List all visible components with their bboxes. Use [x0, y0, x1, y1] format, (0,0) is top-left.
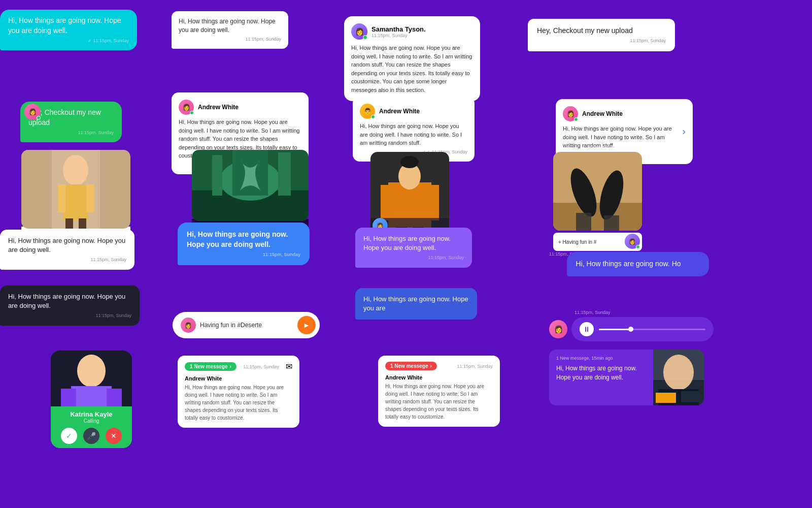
new-msg-sender-1: Andrew White	[185, 375, 292, 382]
hi-ts-3: 11:15pm, Sunday	[363, 255, 464, 261]
andrew-name-2: Andrew White	[379, 108, 420, 115]
new-msg-sender-2: Andrew White	[385, 374, 493, 380]
audio-player[interactable]: ⏸	[571, 317, 714, 341]
samantha-text: Hi, How things are going now. Hope you a…	[351, 44, 473, 94]
svg-point-30	[77, 355, 106, 387]
photo-card-1: Having fun in #Deserted a 👩	[21, 150, 130, 241]
mic-button[interactable]: 🎤	[83, 428, 99, 444]
hi-text-7: Hi, How things are going now. Hope you a…	[363, 295, 468, 312]
svg-rect-6	[65, 218, 73, 229]
bubble-blue-hi: Hi, How things are going now. Hope you a…	[178, 223, 310, 265]
photo-card-3: Samantha Tyson // 5:25pm 👩	[370, 145, 449, 233]
new-msg-badge-2: 1 New messege ›	[385, 362, 437, 370]
svg-rect-17	[381, 185, 396, 220]
pause-button[interactable]: ⏸	[580, 322, 594, 336]
checkout-text: Hey, Checkout my new upload	[537, 26, 633, 35]
andrew-text-2: Hi, How things are going now. Hope you a…	[360, 122, 467, 147]
andrew-name-3: Andrew White	[582, 110, 623, 117]
bubble-white-hi-1: Hi, How things are going now. Hope you a…	[0, 230, 134, 270]
bubble-cyan-1: Hi, How things are going now. Hope you a…	[0, 10, 137, 50]
svg-rect-7	[79, 218, 86, 229]
svg-rect-4	[58, 184, 65, 212]
audio-timestamp: 11:15pm, Sunday	[574, 310, 611, 315]
notif-card-1: 1 New messege › 11:15pm, Sunday ✉ Andrew…	[178, 356, 299, 428]
bubble-checkout-right: Hey, Checkout my new upload 11:15pm, Sun…	[528, 19, 675, 51]
svg-point-36	[663, 355, 694, 390]
svg-rect-13	[278, 152, 291, 196]
new-msg-time-2: 11:15pm, Sunday	[457, 364, 493, 369]
samantha-name: Samantha Tyson.	[371, 25, 426, 33]
svg-rect-12	[212, 155, 222, 196]
bubble-text-1: Hi, How things are going now. Hope you a…	[8, 16, 121, 35]
input-bar[interactable]: 👩 ►	[173, 312, 320, 338]
hi-ts-2: 11:15pm, Sunday	[187, 251, 300, 258]
svg-rect-24	[553, 203, 642, 231]
notif-msg: Hi, How things are going now. Hope you a…	[556, 364, 646, 382]
samantha-photo-caption-3: Samantha Tyson // 5:25pm	[370, 145, 449, 150]
svg-point-2	[63, 155, 88, 185]
svg-rect-27	[576, 213, 591, 231]
photo-card-4: Samantha Tyson// 5:25pm + Having fun in …	[553, 145, 642, 251]
svg-rect-33	[107, 389, 122, 406]
svg-rect-32	[61, 389, 76, 406]
new-msg-label-2: 1 New messege	[390, 363, 428, 369]
samantha-card: 👩 Samantha Tyson. 11:15pm, Sunday Hi, Ho…	[344, 16, 480, 101]
accept-call-button[interactable]: ✓	[61, 428, 77, 444]
hi-text-6: Hi, How things are going now. Ho	[576, 260, 681, 268]
hi-text-3: Hi, How things are going now. Hope you a…	[363, 235, 451, 251]
caller-status: Calling	[56, 418, 127, 424]
green-checkout-ts: 11:15pm, Sunday	[28, 130, 114, 136]
samantha-photo-caption-4: Samantha Tyson// 5:25pm	[553, 145, 642, 150]
andrew-name-1: Andrew White	[198, 104, 239, 111]
svg-point-22	[400, 156, 419, 168]
bubble-text-2: Hi, How things are going now. Hope you a…	[179, 18, 276, 34]
svg-rect-5	[86, 184, 94, 212]
hi-text-2: Hi, How things are going now. Hope you a…	[187, 230, 288, 248]
hi-ts-4: 11:15pm, Sunday	[8, 312, 131, 319]
svg-rect-18	[424, 185, 439, 220]
timestamp-1: ✓ 11:15pm, Sunday	[8, 38, 129, 44]
notif-card-2: 1 New messege › 11:15pm, Sunday Andrew W…	[378, 356, 500, 427]
send-button[interactable]: ►	[297, 316, 316, 334]
new-msg-time-1: 11:15pm, Sunday	[243, 364, 279, 369]
bubble-white-1: Hi, How things are going now. Hope you a…	[172, 11, 288, 49]
checkout-ts: 11:15pm, Sunday	[537, 38, 666, 44]
svg-rect-3	[63, 184, 88, 220]
svg-rect-31	[71, 386, 112, 406]
svg-rect-39	[681, 391, 700, 402]
new-msg-text-2: Hi, How things are going now. Hope you a…	[385, 383, 493, 421]
hi-text-4: Hi, How things are going now. Hope you a…	[8, 293, 125, 309]
samantha-time: 11:15pm, Sunday	[371, 33, 426, 38]
bubble-dark-hi: Hi, How things are going now. Hope you a…	[0, 285, 140, 326]
forward-arrow-icon[interactable]: ›	[682, 125, 686, 137]
new-msg-label-1: 1 New messege	[190, 364, 228, 369]
new-msg-badge-1: 1 New messege ›	[185, 362, 236, 371]
message-input[interactable]	[200, 322, 293, 329]
hi-text-1: Hi, How things are going now. Hope you a…	[8, 237, 125, 253]
new-msg-text-1: Hi, How things are going now. Hope you a…	[185, 384, 292, 422]
photo-card-2: #summer #travel 👩	[192, 150, 309, 233]
caller-name: Katrina Kayle	[56, 410, 127, 418]
notif-photo-card: 1 New messege, 15min ago Hi, How things …	[549, 350, 704, 405]
notif-label: 1 New messege, 15min ago	[556, 356, 646, 361]
call-card: Katrina Kayle Calling ✓ 🎤 ✕	[51, 351, 132, 448]
svg-rect-28	[604, 215, 619, 231]
bubble-indigo-hi: Hi, How things are going now. Ho	[567, 252, 709, 276]
bubble-blue-hi-2: Hi, How things are going now. Hope you a…	[355, 288, 477, 320]
svg-rect-38	[656, 393, 676, 403]
hi-ts-1: 11:15pm, Sunday	[8, 257, 126, 263]
decline-call-button[interactable]: ✕	[106, 428, 122, 444]
bubble-violet-hi: Hi, How things are going now. Hope you a…	[355, 228, 472, 268]
timestamp-2: 11:15pm, Sunday	[179, 36, 281, 43]
